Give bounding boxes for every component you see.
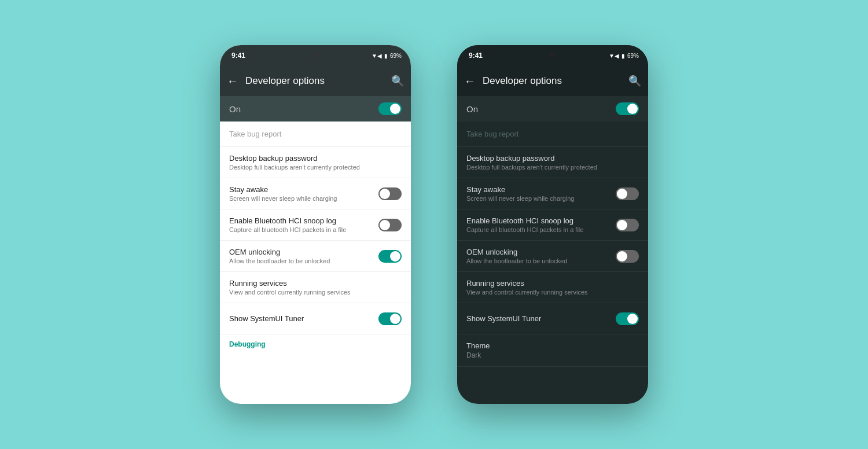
stay-awake-light[interactable]: Stay awake Screen will never sleep while… bbox=[220, 178, 411, 209]
wifi-icon: ▼◀ bbox=[372, 53, 382, 59]
main-toggle-dark[interactable] bbox=[616, 102, 639, 115]
status-time-dark: 9:41 bbox=[469, 51, 483, 60]
oem-unlocking-title-light: OEM unlocking bbox=[229, 248, 378, 256]
app-bar-dark: ← Developer options 🔍 bbox=[457, 66, 648, 96]
battery-text-dark: 69% bbox=[627, 53, 639, 59]
systemui-tuner-title-light: Show SystemUI Tuner bbox=[229, 314, 378, 323]
phone-light: 9:41 ▼◀ ▮ 69% ← Developer options 🔍 On T… bbox=[220, 45, 411, 404]
bluetooth-hci-title-light: Enable Bluetooth HCI snoop log bbox=[229, 216, 378, 225]
desktop-backup-title-light: Desktop backup password bbox=[229, 154, 402, 163]
oem-unlocking-text-light: OEM unlocking Allow the bootloader to be… bbox=[229, 248, 378, 264]
running-services-subtitle-light: View and control currently running servi… bbox=[229, 289, 402, 296]
on-label-light: On bbox=[229, 104, 241, 114]
oem-unlocking-thumb-light bbox=[390, 251, 400, 262]
stay-awake-title-dark: Stay awake bbox=[466, 185, 616, 194]
systemui-tuner-thumb-dark bbox=[627, 314, 638, 324]
search-icon-dark[interactable]: 🔍 bbox=[628, 75, 641, 87]
oem-unlocking-title-dark: OEM unlocking bbox=[466, 248, 616, 256]
camera-dot bbox=[312, 52, 318, 58]
take-bug-report-light[interactable]: Take bug report bbox=[220, 122, 411, 147]
desktop-backup-subtitle-dark: Desktop full backups aren't currently pr… bbox=[466, 164, 639, 171]
on-bar-light: On bbox=[220, 96, 411, 122]
systemui-tuner-light[interactable]: Show SystemUI Tuner bbox=[220, 303, 411, 334]
status-icons-light: ▼◀ ▮ 69% bbox=[372, 53, 402, 59]
bluetooth-hci-subtitle-dark: Capture all bluetooth HCI packets in a f… bbox=[466, 226, 616, 233]
bluetooth-hci-dark[interactable]: Enable Bluetooth HCI snoop log Capture a… bbox=[457, 209, 648, 241]
systemui-tuner-title-dark: Show SystemUI Tuner bbox=[466, 314, 616, 323]
oem-unlocking-subtitle-dark: Allow the bootloader to be unlocked bbox=[466, 257, 616, 264]
battery-text-light: 69% bbox=[390, 53, 402, 59]
content-light: Take bug report Desktop backup password … bbox=[220, 122, 411, 352]
stay-awake-thumb-dark bbox=[617, 189, 627, 199]
debugging-label-light: Debugging bbox=[220, 334, 411, 352]
oem-unlocking-thumb-dark bbox=[617, 251, 627, 262]
oem-unlocking-subtitle-light: Allow the bootloader to be unlocked bbox=[229, 257, 378, 264]
toggle-thumb-light bbox=[390, 104, 400, 114]
stay-awake-subtitle-dark: Screen will never sleep while charging bbox=[466, 195, 616, 202]
oem-unlocking-toggle-light[interactable] bbox=[378, 250, 402, 263]
bluetooth-hci-thumb-dark bbox=[617, 220, 627, 230]
oem-unlocking-light[interactable]: OEM unlocking Allow the bootloader to be… bbox=[220, 241, 411, 272]
theme-title-dark: Theme bbox=[466, 341, 639, 350]
bluetooth-hci-title-dark: Enable Bluetooth HCI snoop log bbox=[466, 216, 616, 225]
search-icon-light[interactable]: 🔍 bbox=[391, 75, 404, 87]
back-button-light[interactable]: ← bbox=[227, 75, 238, 88]
running-services-text-dark: Running services View and control curren… bbox=[466, 279, 639, 296]
app-bar-light: ← Developer options 🔍 bbox=[220, 66, 411, 96]
stay-awake-thumb-light bbox=[380, 189, 390, 199]
signal-icon: ▮ bbox=[384, 53, 388, 59]
systemui-tuner-thumb-light bbox=[390, 314, 400, 324]
systemui-tuner-dark[interactable]: Show SystemUI Tuner bbox=[457, 303, 648, 334]
phone-dark: 9:41 ▼◀ ▮ 69% ← Developer options 🔍 On T… bbox=[457, 45, 648, 404]
stay-awake-subtitle-light: Screen will never sleep while charging bbox=[229, 195, 378, 202]
stay-awake-toggle-dark[interactable] bbox=[616, 187, 639, 200]
toggle-thumb-dark bbox=[627, 104, 638, 114]
bluetooth-hci-text-light: Enable Bluetooth HCI snoop log Capture a… bbox=[229, 216, 378, 233]
bluetooth-hci-light[interactable]: Enable Bluetooth HCI snoop log Capture a… bbox=[220, 209, 411, 241]
take-bug-report-label-dark: Take bug report bbox=[466, 130, 518, 138]
bluetooth-hci-toggle-dark[interactable] bbox=[616, 219, 639, 231]
theme-dark[interactable]: Theme Dark bbox=[457, 334, 648, 367]
oem-unlocking-dark[interactable]: OEM unlocking Allow the bootloader to be… bbox=[457, 241, 648, 272]
stay-awake-title-light: Stay awake bbox=[229, 185, 378, 194]
desktop-backup-subtitle-light: Desktop full backups aren't currently pr… bbox=[229, 164, 402, 171]
systemui-tuner-text-dark: Show SystemUI Tuner bbox=[466, 314, 616, 323]
running-services-title-light: Running services bbox=[229, 279, 402, 288]
signal-icon-dark: ▮ bbox=[621, 53, 625, 59]
content-dark: Take bug report Desktop backup password … bbox=[457, 122, 648, 367]
take-bug-report-dark[interactable]: Take bug report bbox=[457, 122, 648, 147]
bluetooth-hci-subtitle-light: Capture all bluetooth HCI packets in a f… bbox=[229, 226, 378, 233]
stay-awake-toggle-light[interactable] bbox=[378, 187, 402, 200]
on-bar-dark: On bbox=[457, 96, 648, 122]
wifi-icon-dark: ▼◀ bbox=[609, 53, 619, 59]
app-bar-title-light: Developer options bbox=[245, 75, 384, 87]
systemui-tuner-toggle-dark[interactable] bbox=[616, 312, 639, 325]
running-services-subtitle-dark: View and control currently running servi… bbox=[466, 289, 639, 296]
running-services-text-light: Running services View and control curren… bbox=[229, 279, 402, 296]
running-services-dark[interactable]: Running services View and control curren… bbox=[457, 272, 648, 303]
back-button-dark[interactable]: ← bbox=[464, 75, 476, 88]
desktop-backup-dark[interactable]: Desktop backup password Desktop full bac… bbox=[457, 147, 648, 178]
systemui-tuner-toggle-light[interactable] bbox=[378, 312, 402, 325]
take-bug-report-label-light: Take bug report bbox=[229, 130, 281, 138]
main-toggle-light[interactable] bbox=[378, 102, 402, 115]
desktop-backup-text-light: Desktop backup password Desktop full bac… bbox=[229, 154, 402, 171]
theme-text-dark: Theme Dark bbox=[466, 341, 639, 359]
systemui-tuner-text-light: Show SystemUI Tuner bbox=[229, 314, 378, 323]
bluetooth-hci-text-dark: Enable Bluetooth HCI snoop log Capture a… bbox=[466, 216, 616, 233]
bluetooth-hci-toggle-light[interactable] bbox=[378, 219, 402, 231]
stay-awake-text-light: Stay awake Screen will never sleep while… bbox=[229, 185, 378, 202]
running-services-light[interactable]: Running services View and control curren… bbox=[220, 272, 411, 303]
status-time-light: 9:41 bbox=[231, 51, 245, 60]
app-bar-title-dark: Developer options bbox=[483, 75, 621, 87]
theme-subtitle-dark: Dark bbox=[466, 351, 639, 359]
oem-unlocking-text-dark: OEM unlocking Allow the bootloader to be… bbox=[466, 248, 616, 264]
on-label-dark: On bbox=[466, 104, 478, 114]
status-icons-dark: ▼◀ ▮ 69% bbox=[609, 53, 639, 59]
desktop-backup-title-dark: Desktop backup password bbox=[466, 154, 639, 163]
stay-awake-dark[interactable]: Stay awake Screen will never sleep while… bbox=[457, 178, 648, 209]
bluetooth-hci-thumb-light bbox=[380, 220, 390, 230]
desktop-backup-light[interactable]: Desktop backup password Desktop full bac… bbox=[220, 147, 411, 178]
oem-unlocking-toggle-dark[interactable] bbox=[616, 250, 639, 263]
desktop-backup-text-dark: Desktop backup password Desktop full bac… bbox=[466, 154, 639, 171]
